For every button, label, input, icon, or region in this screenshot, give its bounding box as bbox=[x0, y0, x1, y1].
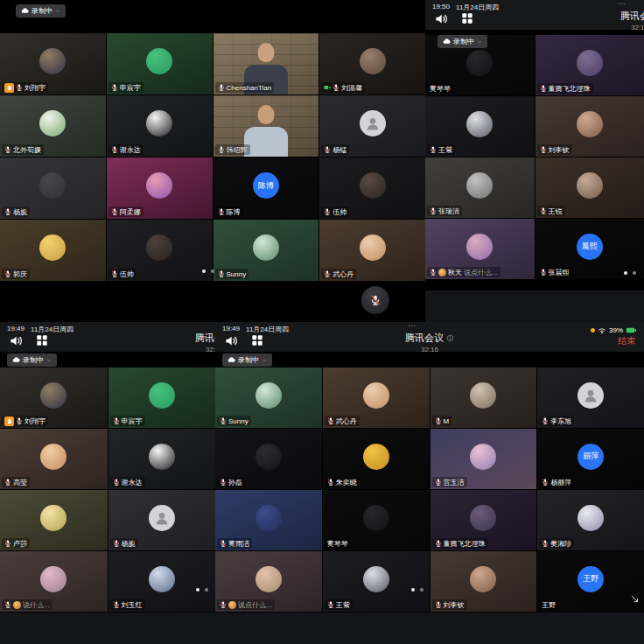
participant-tile[interactable]: 谢永达 bbox=[108, 429, 216, 489]
participant-tile[interactable]: 刘玉红 bbox=[108, 551, 216, 612]
camera-on-icon bbox=[324, 84, 331, 91]
participant-tile[interactable]: 阿柔娜 bbox=[107, 158, 213, 219]
participant-tile[interactable]: 高莹 bbox=[0, 429, 108, 489]
participant-name-label: 张瑞清 bbox=[427, 206, 462, 216]
participant-name-label: 北外苟媛 bbox=[2, 144, 44, 155]
participant-tile[interactable]: 杨锰 bbox=[319, 95, 425, 157]
recording-label: 录制中 bbox=[453, 37, 474, 46]
recording-badge[interactable]: 录制中 bbox=[222, 354, 272, 367]
participant-tile[interactable]: 伍帅 bbox=[107, 220, 213, 281]
participant-tile[interactable]: 郭庆 bbox=[0, 220, 106, 281]
mic-muted-icon bbox=[430, 269, 437, 276]
avatar-initials: 丽萍 bbox=[578, 444, 604, 470]
page-dots bbox=[196, 588, 208, 592]
participant-tile[interactable]: 樊湘珍 bbox=[537, 490, 644, 550]
participant-tile[interactable]: M bbox=[430, 368, 537, 428]
recording-badge[interactable]: 录制中 bbox=[438, 35, 487, 48]
avatar bbox=[470, 444, 496, 470]
say-something-hint[interactable]: 说点什么... bbox=[464, 268, 498, 277]
participant-tile[interactable]: 秋天说点什么... bbox=[425, 219, 535, 279]
avatar bbox=[146, 172, 172, 199]
participant-tile[interactable]: 董腾飞北理珠 bbox=[536, 35, 644, 95]
participant-tile[interactable]: 丽萍杨丽萍 bbox=[537, 429, 644, 489]
video-person-head bbox=[257, 105, 274, 124]
participant-tile[interactable]: 黄琴琴 bbox=[323, 490, 430, 550]
participant-tile[interactable]: 刘温馨 bbox=[319, 33, 425, 94]
say-something-hint[interactable]: 说什么... bbox=[23, 600, 50, 610]
participant-name-label: 杨旎 bbox=[2, 206, 30, 217]
recording-badge[interactable]: 录制中 bbox=[7, 354, 57, 367]
participant-tile[interactable]: 刘翔宇 bbox=[0, 33, 106, 94]
participant-name-label: 武心丹 bbox=[321, 269, 356, 279]
participant-tile[interactable]: 说点什么... bbox=[215, 551, 322, 612]
participant-name: 宫玉洁 bbox=[444, 478, 465, 487]
mic-muted-icon bbox=[540, 85, 547, 92]
participant-name: 张瑞清 bbox=[438, 206, 459, 216]
participant-name: 董腾飞北理珠 bbox=[549, 84, 591, 94]
participant-tile[interactable]: 王锐 bbox=[536, 158, 644, 218]
participant-tile[interactable]: 北外苟媛 bbox=[0, 95, 106, 157]
mic-muted-icon bbox=[4, 146, 11, 153]
participant-tile[interactable]: 韩绍辉 bbox=[214, 95, 319, 157]
meeting-title: 腾讯会议 bbox=[405, 332, 444, 345]
participant-tile[interactable]: 申宸宇 bbox=[108, 368, 216, 428]
participant-tile[interactable]: 王紫 bbox=[323, 551, 430, 612]
participant-grid: Sunny武心丹M李东旭孙磊朱奕晓宫玉洁丽萍杨丽萍黄雨洁黄琴琴董腾飞北理珠樊湘珍… bbox=[215, 368, 644, 612]
participant-tile[interactable]: 黄雨洁 bbox=[215, 490, 322, 550]
participant-name-label: 王紫 bbox=[325, 599, 353, 610]
avatar bbox=[360, 48, 386, 74]
participant-tile[interactable]: 伍帅 bbox=[319, 158, 425, 219]
participant-tile[interactable]: 卢莎 bbox=[0, 490, 108, 550]
recording-badge[interactable]: 录制中 bbox=[16, 4, 66, 18]
say-something-hint[interactable]: 说点什么... bbox=[238, 600, 272, 610]
expand-icon[interactable] bbox=[630, 594, 640, 604]
participant-tile[interactable]: 刘李钦 bbox=[430, 551, 537, 612]
participant-tile[interactable]: 陈博陈博 bbox=[214, 158, 319, 219]
participant-name: 刘李钦 bbox=[549, 145, 570, 155]
participant-tile[interactable]: 孙磊 bbox=[215, 429, 322, 489]
mic-muted-icon bbox=[220, 601, 227, 608]
avatar bbox=[466, 50, 493, 76]
end-meeting-button[interactable]: 结束 bbox=[618, 335, 635, 347]
meeting-toolbar bbox=[0, 612, 215, 644]
participant-tile[interactable]: Sunny bbox=[214, 220, 319, 281]
participant-name: 孙磊 bbox=[228, 478, 242, 487]
avatar bbox=[39, 234, 66, 261]
info-icon[interactable] bbox=[446, 334, 454, 342]
participant-name: 黄琴琴 bbox=[430, 84, 451, 94]
emoji-avatar bbox=[228, 601, 236, 609]
participant-tile[interactable]: 武心丹 bbox=[323, 368, 430, 428]
avatar bbox=[363, 444, 389, 470]
participant-name: 黄雨洁 bbox=[228, 539, 249, 549]
participant-tile[interactable]: 说什么... bbox=[0, 551, 108, 612]
participant-tile[interactable]: 宫玉洁 bbox=[430, 429, 537, 489]
participant-tile[interactable]: 刘翔宇 bbox=[0, 368, 108, 428]
participant-name: 杨锰 bbox=[332, 145, 346, 155]
participant-tile[interactable]: 王紫 bbox=[425, 96, 535, 157]
participant-tile[interactable]: 刘李钦 bbox=[536, 96, 644, 157]
participant-name: 董腾飞北理珠 bbox=[444, 539, 486, 549]
participant-tile[interactable]: 李东旭 bbox=[537, 368, 644, 428]
participant-tile[interactable]: ChenshanTian bbox=[214, 33, 319, 94]
participant-tile[interactable]: 张瑞清 bbox=[425, 158, 535, 218]
participant-tile[interactable]: 谢永达 bbox=[107, 95, 213, 157]
participant-tile[interactable]: 晨熙张晨熙 bbox=[536, 219, 644, 279]
participant-name-label: 申宸宇 bbox=[108, 82, 144, 93]
avatar bbox=[470, 566, 496, 592]
participant-tile[interactable]: Sunny bbox=[215, 368, 322, 428]
participant-tile[interactable]: 董腾飞北理珠 bbox=[430, 490, 537, 550]
avatar bbox=[577, 172, 603, 199]
hand-icon bbox=[6, 417, 13, 424]
participant-tile[interactable]: 朱奕晓 bbox=[323, 429, 430, 489]
participant-name: 张晨熙 bbox=[549, 268, 570, 277]
participant-tile[interactable]: 王野王野 bbox=[537, 551, 644, 612]
participant-name: 王紫 bbox=[438, 145, 452, 155]
participant-name: 卢莎 bbox=[13, 539, 27, 549]
participant-name: 阿柔娜 bbox=[120, 207, 141, 217]
participant-tile[interactable]: 申宸宇 bbox=[107, 33, 213, 94]
meeting-toolbar bbox=[425, 290, 644, 322]
participant-name-label: 高莹 bbox=[2, 477, 30, 487]
participant-tile[interactable]: 武心丹 bbox=[319, 220, 425, 281]
participant-tile[interactable]: 杨旎 bbox=[0, 158, 106, 219]
participant-tile[interactable]: 杨旎 bbox=[108, 490, 216, 550]
